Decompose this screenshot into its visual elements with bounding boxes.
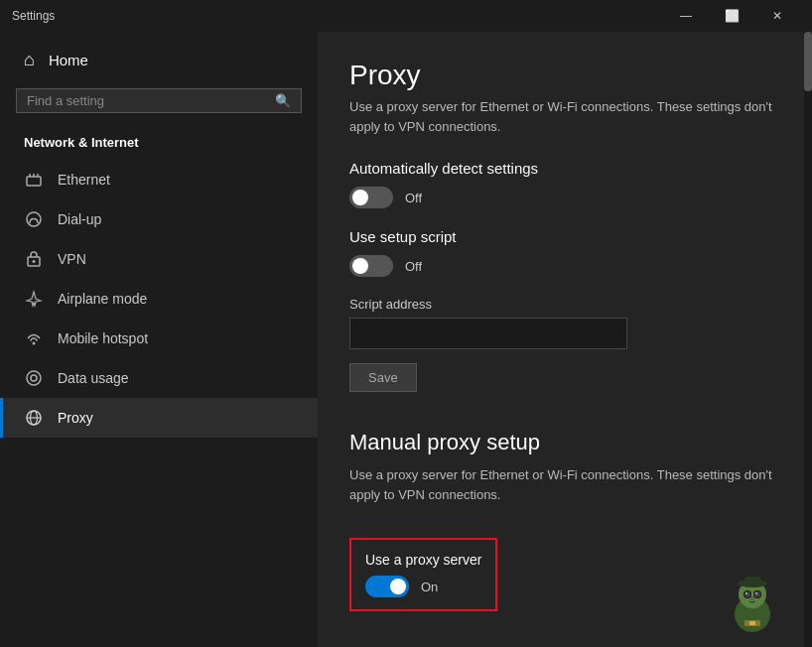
minimize-button[interactable]: —: [663, 0, 709, 32]
vpn-label: VPN: [58, 251, 86, 267]
search-icon: 🔍: [275, 93, 291, 108]
maximize-button[interactable]: ⬜: [709, 0, 754, 32]
manual-proxy-section: Manual proxy setup Use a proxy server fo…: [349, 430, 780, 611]
home-icon: ⌂: [24, 50, 35, 70]
svg-point-23: [755, 592, 757, 594]
save-button[interactable]: Save: [349, 363, 417, 392]
sidebar-item-dialup[interactable]: Dial-up: [0, 199, 318, 239]
vpn-icon: [24, 249, 44, 269]
svg-rect-26: [749, 621, 755, 625]
search-box[interactable]: 🔍: [16, 88, 302, 113]
airplane-icon: [24, 289, 44, 309]
auto-detect-row: Off: [349, 187, 780, 208]
auto-detect-heading: Automatically detect settings: [349, 160, 780, 177]
svg-rect-16: [744, 577, 760, 586]
titlebar: Settings — ⬜ ✕: [0, 0, 812, 32]
dialup-label: Dial-up: [58, 211, 101, 227]
svg-point-9: [31, 375, 37, 381]
settings-window: Settings — ⬜ ✕ ⌂ Home 🔍 Network & Intern…: [0, 0, 812, 647]
svg-point-19: [744, 591, 750, 597]
manual-proxy-title: Manual proxy setup: [349, 430, 780, 455]
sidebar-item-datausage[interactable]: Data usage: [0, 358, 318, 398]
svg-point-20: [754, 591, 760, 597]
proxy-icon: [24, 408, 44, 428]
use-proxy-toggle-thumb: [390, 579, 406, 594]
setup-script-toggle-thumb: [352, 258, 368, 274]
datausage-label: Data usage: [58, 370, 129, 386]
scrollbar-track[interactable]: [804, 32, 812, 647]
dialup-icon: [24, 209, 44, 229]
manual-proxy-description: Use a proxy server for Ethernet or Wi-Fi…: [349, 465, 780, 504]
svg-point-24: [750, 597, 754, 600]
svg-rect-0: [27, 177, 41, 186]
content-area: ⌂ Home 🔍 Network & Internet Ethernet: [0, 32, 812, 647]
svg-point-22: [745, 592, 747, 594]
sidebar-item-ethernet[interactable]: Ethernet: [0, 160, 318, 199]
setup-script-heading: Use setup script: [349, 228, 780, 245]
scrollbar-thumb[interactable]: [804, 32, 812, 91]
ethernet-label: Ethernet: [58, 172, 110, 188]
sidebar-item-airplane[interactable]: Airplane mode: [0, 279, 318, 319]
main-content: Proxy Use a proxy server for Ethernet or…: [318, 32, 812, 647]
page-title: Proxy: [349, 60, 780, 91]
airplane-label: Airplane mode: [58, 291, 147, 307]
sidebar-item-hotspot[interactable]: Mobile hotspot: [0, 319, 318, 358]
script-address-input[interactable]: [349, 318, 627, 349]
ethernet-icon: [24, 170, 44, 190]
auto-detect-toggle[interactable]: [349, 187, 393, 208]
window-controls: — ⬜ ✕: [663, 0, 800, 32]
use-proxy-label: Use a proxy server: [365, 552, 481, 568]
sidebar-item-vpn[interactable]: VPN: [0, 239, 318, 279]
auto-detect-toggle-thumb: [352, 190, 368, 205]
use-proxy-state: On: [421, 580, 438, 594]
setup-script-state: Off: [405, 259, 422, 274]
svg-point-7: [33, 342, 36, 345]
close-button[interactable]: ✕: [754, 0, 800, 32]
window-title: Settings: [12, 9, 663, 23]
sidebar-home-item[interactable]: ⌂ Home: [0, 40, 318, 80]
sidebar: ⌂ Home 🔍 Network & Internet Ethernet: [0, 32, 318, 647]
auto-detect-state: Off: [405, 191, 422, 205]
mascot-image: [723, 573, 782, 637]
svg-point-6: [33, 260, 36, 263]
setup-script-toggle[interactable]: [349, 255, 393, 277]
use-proxy-row: On: [365, 576, 481, 597]
proxy-description: Use a proxy server for Ethernet or Wi-Fi…: [349, 97, 780, 136]
proxy-label: Proxy: [58, 410, 93, 426]
proxy-server-box: Use a proxy server On: [349, 538, 497, 611]
setup-script-row: Off: [349, 255, 780, 277]
sidebar-item-proxy[interactable]: Proxy: [0, 398, 318, 438]
section-label: Network & Internet: [0, 129, 318, 160]
svg-point-8: [27, 371, 41, 385]
script-address-label: Script address: [349, 297, 780, 312]
home-label: Home: [49, 52, 88, 68]
hotspot-label: Mobile hotspot: [58, 330, 148, 346]
datausage-icon: [24, 368, 44, 388]
search-input[interactable]: [27, 93, 267, 108]
use-proxy-toggle[interactable]: [365, 576, 409, 597]
hotspot-icon: [24, 328, 44, 348]
